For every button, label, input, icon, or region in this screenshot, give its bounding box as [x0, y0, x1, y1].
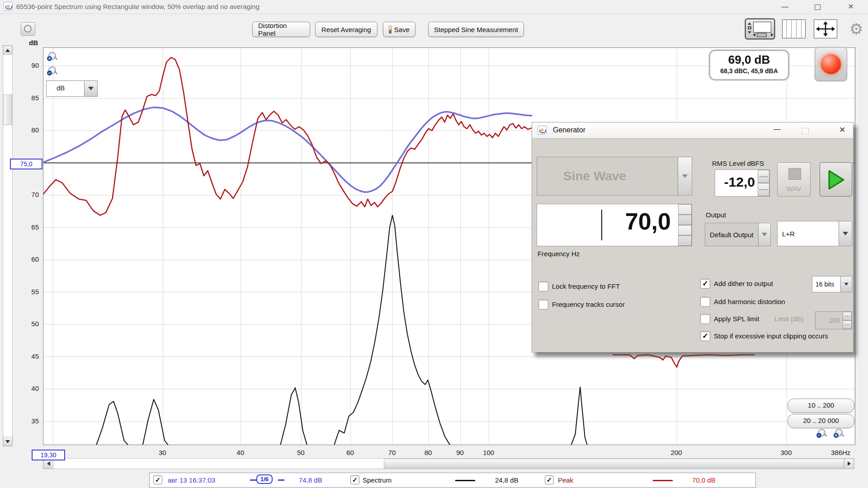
tracks-cursor-checkbox[interactable] [538, 300, 548, 310]
minimize-button[interactable]: — [776, 2, 794, 12]
y-axis-unit-label: dB [29, 39, 38, 47]
zoom-in-x-icon[interactable]: + [834, 428, 844, 439]
stop-clipping-checkbox[interactable]: ✓ [700, 331, 710, 341]
zoom-in-y-icon[interactable]: + [47, 52, 58, 62]
scroll-right-button[interactable] [844, 459, 854, 469]
x-tick-label: 70 [388, 449, 396, 456]
camera-icon [24, 25, 32, 33]
trace2-label[interactable]: Spectrum [363, 476, 392, 484]
rms-level-field[interactable]: -12,0 [715, 169, 770, 197]
generator-minimize-button[interactable]: — [769, 125, 785, 133]
rms-spin-down[interactable] [758, 183, 769, 196]
trace3-checkbox[interactable]: ✓ [545, 475, 554, 484]
limit-spin-up[interactable] [843, 312, 852, 320]
y-tick-label: 45 [20, 352, 39, 360]
distortion-panel-button[interactable]: Distortion Panel [252, 22, 310, 37]
trace1-label[interactable]: авг 13 16:37:03 [168, 476, 215, 484]
horizontal-scrollbar[interactable] [43, 458, 854, 469]
rms-spin-up[interactable] [758, 170, 769, 183]
unit-selector-value: dB [47, 81, 84, 96]
arrow-left-icon [47, 461, 50, 466]
window-title: 65536-point Spectrum using Rectangular w… [16, 3, 259, 10]
range-button-20-20000[interactable]: 20 .. 20 000 [788, 414, 854, 428]
chevron-down-icon [762, 233, 767, 236]
app-title-bar: s 65536-point Spectrum using Rectangular… [0, 0, 868, 14]
y-tick-label: 50 [20, 320, 39, 328]
dither-bits-arrow[interactable] [840, 277, 852, 292]
trace2-value: 24,8 dB [495, 476, 519, 484]
generator-close-button[interactable]: ✕ [834, 125, 850, 135]
app-icon: s [4, 2, 13, 11]
add-dither-label: Add dither to output [714, 280, 773, 287]
lock-fft-checkbox[interactable] [538, 282, 548, 291]
averaged-curve [43, 108, 532, 192]
trace1-checkbox[interactable]: ✓ [153, 475, 162, 484]
y-tick-label: 40 [20, 385, 39, 392]
log-grid-button[interactable] [782, 19, 806, 39]
trace3-value: 70,0 dB [692, 476, 716, 484]
frequency-field[interactable]: 70,0 [537, 204, 692, 246]
close-button[interactable]: ✕ [842, 2, 860, 12]
zoom-out-y-icon[interactable]: − [47, 66, 58, 77]
apply-spl-label: Apply SPL limit [714, 315, 759, 323]
stepped-sine-button[interactable]: Stepped Sine Measurement [428, 22, 524, 37]
unit-selector-arrow[interactable] [84, 81, 97, 96]
scroll-down-button[interactable] [3, 437, 12, 446]
signal-type-combo[interactable]: Sine Wave [537, 157, 692, 196]
chevron-down-icon [88, 87, 94, 90]
signal-type-value: Sine Wave [537, 157, 678, 195]
output-device-arrow[interactable] [758, 223, 770, 246]
restore-button[interactable] [808, 2, 826, 12]
trace2-line-sample [455, 480, 475, 481]
add-harmonic-checkbox[interactable] [700, 297, 710, 307]
output-channel-combo[interactable]: L+R [777, 221, 852, 246]
horizontal-scroll-thumb[interactable] [384, 459, 844, 469]
rms-level-value: -12,0 [724, 174, 755, 190]
y-tick-label: 65 [20, 223, 39, 231]
x-tick-label: 50 [297, 449, 305, 456]
signal-type-arrow[interactable] [678, 157, 692, 195]
pan-mode-button[interactable] [814, 19, 837, 39]
generator-window[interactable]: s Generator — ✕ Sine Wave RMS Level dBFS… [532, 122, 854, 352]
trace3-label[interactable]: Peak [558, 476, 573, 484]
record-button[interactable] [815, 47, 847, 81]
apply-spl-checkbox[interactable] [700, 314, 710, 324]
dither-bits-combo[interactable]: 16 bits [812, 276, 852, 292]
record-icon [821, 54, 841, 74]
trace1-smoothing-badge[interactable]: 1/6 [256, 474, 273, 484]
limit-field[interactable]: 100 [815, 311, 852, 329]
wav-button[interactable]: WAV [777, 162, 811, 197]
generator-app-icon: s [538, 126, 547, 135]
generator-restore-button[interactable] [802, 128, 809, 134]
output-channel-arrow[interactable] [839, 221, 852, 246]
vertical-scrollbar[interactable] [3, 45, 13, 446]
frequency-spin-down[interactable] [678, 225, 692, 246]
settings-button[interactable]: ⚙ [847, 19, 865, 39]
add-dither-checkbox[interactable]: ✓ [700, 279, 710, 289]
save-button[interactable]: Save [383, 22, 415, 37]
spectrum-view-button[interactable] [745, 19, 775, 39]
zoom-out-x-icon[interactable]: − [816, 428, 827, 439]
frequency-spin-up[interactable] [678, 204, 692, 225]
unit-selector[interactable]: dB [46, 80, 98, 97]
y-tick-label: 70 [20, 191, 39, 198]
generator-title-bar[interactable]: s Generator — ✕ [532, 122, 853, 139]
generator-play-button[interactable] [820, 162, 852, 197]
output-device-combo[interactable]: Default Output [705, 223, 771, 246]
chevron-down-icon [843, 232, 848, 235]
arrow-down-icon [5, 440, 10, 443]
frequency-grid-icon [782, 19, 806, 38]
snapshot-icon-button[interactable] [21, 22, 35, 36]
vertical-scroll-thumb[interactable] [3, 94, 12, 125]
trace-legend-bar: ✓ авг 13 16:37:03 1/6 74,8 dB ✓ Spectrum… [149, 473, 756, 488]
reset-averaging-button[interactable]: Reset Averaging [315, 22, 377, 37]
scroll-up-button[interactable] [3, 46, 12, 55]
x-tick-label: 30 [159, 449, 166, 456]
trace1-value: 74,8 dB [299, 476, 322, 484]
range-button-10-200[interactable]: 10 .. 200 [788, 399, 854, 413]
trace2-checkbox[interactable]: ✓ [350, 475, 359, 484]
limit-spin-down[interactable] [843, 320, 852, 329]
output-channel-value: L+R [778, 221, 839, 246]
cursor-level-box: 75,0 [10, 159, 42, 169]
frequency-label: Frequency Hz [538, 250, 580, 258]
